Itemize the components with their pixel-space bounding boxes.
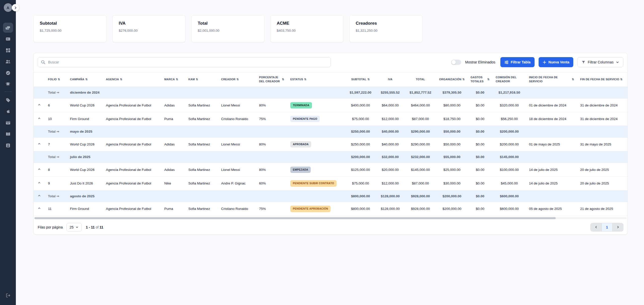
card-title: IVA bbox=[119, 21, 179, 26]
table-row[interactable]: 6World Cup 2026Agencia Profesional de Fu… bbox=[34, 98, 627, 112]
group-cell-organizacion: $50,000.00 bbox=[436, 126, 467, 138]
group-empty-cell bbox=[526, 126, 577, 138]
cell-creador: Lionel Messi bbox=[218, 98, 256, 112]
group-empty-cell bbox=[526, 190, 577, 202]
column-header-marca[interactable]: MARCA⇅ bbox=[161, 72, 185, 87]
group-empty-cell bbox=[256, 151, 287, 163]
dashboard-icon bbox=[6, 48, 11, 53]
sort-icon: ⇅ bbox=[620, 78, 622, 82]
page-number[interactable]: 1 bbox=[601, 223, 612, 231]
table-row[interactable]: 11Firm GroundAgencia Profesional de Futb… bbox=[34, 202, 627, 216]
chevron-up-icon[interactable] bbox=[37, 103, 41, 106]
group-cell-gastos: $0.00 bbox=[468, 151, 493, 163]
search-icon bbox=[41, 60, 45, 64]
cell-kam: Sofia Martinez bbox=[185, 163, 218, 177]
cell-estatus: APROBADA bbox=[287, 138, 345, 151]
cell-iva: $12,000.00 bbox=[376, 177, 405, 190]
filter-table-label: Filtrar Tabla bbox=[511, 60, 531, 64]
cell-marca: Adidas bbox=[161, 138, 185, 151]
column-header-inicio[interactable]: INICIO DE FECHA DE SERVICIO⇅ bbox=[526, 72, 577, 87]
cell-fin: 31 de mayo de 2025 bbox=[577, 138, 627, 151]
column-header-campana[interactable]: CAMPAÑA⇅ bbox=[67, 72, 103, 87]
cell-inicio: 01 de mayo de 2025 bbox=[526, 138, 577, 151]
column-header-fin[interactable]: FIN DE FECHA DE SERVICIO⇅ bbox=[577, 72, 627, 87]
rows-per-page-select[interactable]: 25 bbox=[66, 223, 82, 232]
column-header-creador[interactable]: CREADOR⇅ bbox=[218, 72, 256, 87]
sort-icon: ⇅ bbox=[196, 78, 198, 82]
pager: 1 bbox=[590, 223, 623, 232]
cell-subtotal: $75,000.00 bbox=[345, 177, 376, 190]
cell-organizacion: $200,000.00 bbox=[436, 202, 467, 216]
table-body: Total ⇒diciembre de 2024$1,597,222.00$25… bbox=[34, 87, 627, 216]
cell-inicio: 05 de agosto de 2025 bbox=[526, 202, 577, 216]
cell-campana: Firm Ground bbox=[67, 202, 103, 216]
cell-total: $928,000.00 bbox=[405, 202, 436, 216]
column-header-folio[interactable]: FOLIO⇅ bbox=[45, 72, 67, 87]
cell-porcentaje: 80% bbox=[256, 98, 287, 112]
column-header-agencia[interactable]: AGENCIA⇅ bbox=[103, 72, 161, 87]
next-page-button[interactable] bbox=[612, 223, 623, 231]
sidebar-item-approvals[interactable] bbox=[3, 68, 13, 78]
cell-estatus: PENDIENTE APROBACIÓN bbox=[287, 202, 345, 216]
group-total-label-cell: Total ⇒ bbox=[45, 151, 67, 163]
table-row[interactable]: 10Firm GroundAgencia Profesional de Futb… bbox=[34, 112, 627, 126]
status-badge: APROBADA bbox=[290, 141, 311, 147]
logout-button[interactable] bbox=[3, 290, 13, 300]
group-cell-gastos: $0.00 bbox=[468, 190, 493, 202]
sidebar-item-dashboard[interactable] bbox=[3, 45, 13, 55]
table-row[interactable]: 8World Cup 2026Agencia Profesional de Fu… bbox=[34, 163, 627, 177]
sidebar-item-media[interactable] bbox=[3, 118, 13, 128]
sidebar-item-tags[interactable] bbox=[3, 95, 13, 105]
card-value: $403,750.00 bbox=[277, 29, 337, 32]
row-expander-cell bbox=[34, 163, 45, 177]
sidebar-item-catalog[interactable] bbox=[3, 129, 13, 139]
sort-icon: ⇅ bbox=[176, 78, 178, 82]
sidebar-item-contacts[interactable] bbox=[3, 140, 13, 150]
chevron-up-icon[interactable] bbox=[37, 142, 41, 145]
group-cell-subtotal: $1,597,222.00 bbox=[345, 87, 376, 98]
cell-kam: Sofia Martinez bbox=[185, 177, 218, 190]
sidebar-expand-button[interactable] bbox=[12, 4, 19, 11]
avatar[interactable]: A bbox=[4, 3, 12, 12]
chevron-up-icon[interactable] bbox=[37, 181, 41, 184]
group-empty-cell bbox=[185, 190, 218, 202]
column-header-gastos[interactable]: GASTOS TOTALES⇅ bbox=[468, 72, 493, 87]
previous-page-button[interactable] bbox=[591, 223, 601, 231]
group-empty-cell bbox=[256, 126, 287, 138]
cell-marca: Puma bbox=[161, 202, 185, 216]
show-deleted-toggle[interactable] bbox=[451, 60, 461, 65]
show-deleted-label: Mostrar Eliminados bbox=[465, 60, 495, 64]
column-header-subtotal[interactable]: SUBTOTAL⇅ bbox=[345, 72, 376, 87]
column-header-estatus[interactable]: ESTATUS⇅ bbox=[287, 72, 345, 87]
column-header-organizacion[interactable]: ORGANIZACIÓN⇅ bbox=[436, 72, 467, 87]
chevron-up-icon[interactable] bbox=[37, 117, 41, 120]
cell-folio: 6 bbox=[45, 98, 67, 112]
cell-agencia: Agencia Profesional de Futbol bbox=[103, 202, 161, 216]
column-header-kam[interactable]: KAM⇅ bbox=[185, 72, 218, 87]
chevron-up-icon[interactable] bbox=[37, 206, 41, 210]
filter-table-button[interactable]: Filtrar Tabla bbox=[500, 57, 535, 67]
card-title: Total bbox=[198, 21, 258, 26]
card-title: Creadores bbox=[356, 21, 416, 26]
sidebar-item-brands[interactable] bbox=[3, 106, 13, 117]
cell-porcentaje: 80% bbox=[256, 138, 287, 151]
sidebar-item-sales[interactable] bbox=[3, 23, 13, 33]
new-sale-button[interactable]: Nueva Venta bbox=[539, 57, 573, 67]
cell-gastos: $0.00 bbox=[468, 112, 493, 126]
chevron-up-icon[interactable] bbox=[37, 167, 41, 171]
cell-marca: Puma bbox=[161, 112, 185, 126]
column-header-porcentaje[interactable]: PORCENTAJE DEL CREADOR⇅ bbox=[256, 72, 287, 87]
table-row[interactable]: 9Just Do It 2026Agencia Profesional de F… bbox=[34, 177, 627, 190]
group-cell-total: $1,852,777.52 bbox=[405, 87, 436, 98]
sidebar-item-notifications[interactable] bbox=[3, 79, 13, 89]
search-input[interactable] bbox=[38, 57, 331, 67]
cell-total: $87,000.00 bbox=[405, 177, 436, 190]
horizontal-scrollbar-thumb[interactable] bbox=[34, 217, 556, 219]
group-cell-organizacion: $379,305.50 bbox=[436, 87, 467, 98]
sidebar-item-credit-card[interactable] bbox=[3, 34, 13, 44]
chevron-up-icon[interactable] bbox=[37, 194, 41, 197]
sidebar-item-users[interactable] bbox=[3, 57, 13, 67]
status-badge: TERMINADA bbox=[290, 102, 312, 108]
filter-columns-button[interactable]: Filtrar Columnas bbox=[577, 57, 623, 67]
table-row[interactable]: 7World Cup 2026Agencia Profesional de Fu… bbox=[34, 138, 627, 151]
